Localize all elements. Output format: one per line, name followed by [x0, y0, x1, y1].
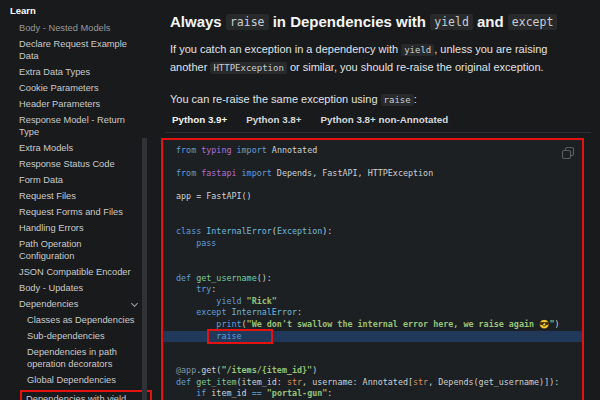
inline-code: HTTPException [210, 62, 286, 74]
code-line [163, 157, 582, 169]
sidebar-item-global-dependencies[interactable]: Global Dependencies [0, 374, 152, 386]
sidebar-item-dependencies-with-yield[interactable]: Dependencies with yield [20, 390, 152, 400]
code-line: except InternalError: [163, 307, 582, 319]
sidebar-item-request-forms-and-files[interactable]: Request Forms and Files [0, 206, 152, 218]
code-line [163, 203, 582, 215]
sidebar-item-dependencies[interactable]: Dependencies [0, 298, 152, 310]
sidebar-item-label: Handling Errors [19, 222, 84, 234]
sidebar-item-extra-data-types[interactable]: Extra Data Types [0, 66, 152, 78]
code-line [163, 180, 582, 192]
code-line-highlighted: raise [163, 331, 582, 343]
code-line [163, 261, 582, 273]
sidebar-item-label: Declare Request Example Data [19, 38, 137, 62]
code-line: from fastapi import Depends, FastAPI, HT… [163, 168, 582, 180]
annotation-box-raise [207, 329, 273, 344]
sidebar-item-label: Dependencies in path operation decorator… [27, 346, 137, 370]
sidebar-nav: Body - Nested ModelsDeclare Request Exam… [0, 22, 152, 400]
tab-python-3-8-non-annotated[interactable]: Python 3.8+ non-Annotated [321, 114, 449, 125]
code-line: pass [163, 238, 582, 250]
sidebar-item-label: Classes as Dependencies [27, 314, 135, 326]
sidebar-item-extra-models[interactable]: Extra Models [0, 142, 152, 154]
sidebar-item-label: Form Data [19, 174, 63, 186]
copy-icon[interactable] [561, 146, 575, 160]
sidebar-item-label: Request Files [19, 190, 76, 202]
sidebar-item-json-compatible-encoder[interactable]: JSON Compatible Encoder [0, 266, 152, 278]
sidebar-item-body-updates[interactable]: Body - Updates [0, 282, 152, 294]
code-line [163, 215, 582, 227]
sidebar-item-label: Response Status Code [19, 158, 115, 170]
sidebar-item-label: Body - Nested Models [19, 22, 110, 34]
inline-code: raise [381, 94, 414, 106]
sidebar-item-body-nested-models[interactable]: Body - Nested Models [0, 22, 152, 34]
sidebar-section-label: Learn [0, 0, 152, 22]
sidebar-item-dependencies-in-path-operation-decorators[interactable]: Dependencies in path operation decorator… [0, 346, 152, 370]
code-line: @app.get("/items/{item_id}") [163, 365, 582, 377]
sidebar-item-declare-request-example-data[interactable]: Declare Request Example Data [0, 38, 152, 62]
inline-code: yield [401, 44, 434, 56]
sidebar-item-label: JSON Compatible Encoder [19, 266, 131, 278]
sidebar-item-form-data[interactable]: Form Data [0, 174, 152, 186]
inline-code: yield [430, 14, 473, 30]
code-block: from typing import Annotatedfrom fastapi… [161, 138, 584, 400]
sidebar-item-label: Sub-dependencies [27, 330, 105, 342]
sidebar-item-label: Cookie Parameters [19, 82, 99, 94]
code-line: def get_item(item_id: str, username: Ann… [163, 377, 582, 389]
sidebar-item-path-operation-configuration[interactable]: Path Operation Configuration [0, 238, 152, 262]
code-line: def get_username(): [163, 273, 582, 285]
code-line: class InternalError(Exception): [163, 226, 582, 238]
sidebar-item-label: Dependencies [19, 298, 78, 310]
sidebar-item-label: Response Model - Return Type [19, 114, 137, 138]
code-line: from typing import Annotated [163, 145, 582, 157]
page-title: Always raise in Dependencies with yield … [170, 13, 557, 30]
inline-code: raise [226, 14, 269, 30]
paragraph-reraise: You can re-raise the same exception usin… [170, 91, 576, 109]
code-lines: from typing import Annotatedfrom fastapi… [163, 140, 582, 400]
sidebar-item-classes-as-dependencies[interactable]: Classes as Dependencies [0, 314, 152, 326]
code-line [163, 249, 582, 261]
sidebar-item-label: Path Operation Configuration [19, 238, 137, 262]
tab-python-3-9-[interactable]: Python 3.9+ [172, 114, 227, 125]
sidebar-item-label: Header Parameters [19, 98, 100, 110]
sidebar-scrollbar[interactable] [142, 138, 147, 400]
sidebar-item-cookie-parameters[interactable]: Cookie Parameters [0, 82, 152, 94]
sidebar-item-label: Dependencies with yield [26, 393, 126, 400]
content-area: Always raise in Dependencies with yield … [161, 0, 600, 400]
sidebar-item-header-parameters[interactable]: Header Parameters [0, 98, 152, 110]
code-line [163, 342, 582, 354]
sidebar-item-handling-errors[interactable]: Handling Errors [0, 222, 152, 234]
sidebar-item-sub-dependencies[interactable]: Sub-dependencies [0, 330, 152, 342]
sidebar-item-label: Body - Updates [19, 282, 83, 294]
sidebar-item-response-status-code[interactable]: Response Status Code [0, 158, 152, 170]
paragraph-intro: If you catch an exception in a dependenc… [170, 41, 576, 76]
sidebar: Learn Body - Nested ModelsDeclare Reques… [0, 0, 152, 400]
code-line: app = FastAPI() [163, 191, 582, 203]
inline-code: except [508, 14, 558, 30]
tab-python-3-8-[interactable]: Python 3.8+ [246, 114, 301, 125]
sidebar-item-label: Global Dependencies [27, 374, 116, 386]
code-line: if item_id == "portal-gun": [163, 388, 582, 400]
sidebar-item-response-model-return-type[interactable]: Response Model - Return Type [0, 114, 152, 138]
code-line [163, 354, 582, 366]
sidebar-item-label: Extra Data Types [19, 66, 90, 78]
sidebar-item-request-files[interactable]: Request Files [0, 190, 152, 202]
sidebar-item-label: Extra Models [19, 142, 73, 154]
code-example-tabs: Python 3.9+Python 3.8+Python 3.8+ non-An… [165, 114, 591, 133]
code-line: yield "Rick" [163, 296, 582, 308]
chevron-down-icon [131, 300, 138, 307]
sidebar-item-label: Request Forms and Files [19, 206, 123, 218]
code-line: try: [163, 284, 582, 296]
